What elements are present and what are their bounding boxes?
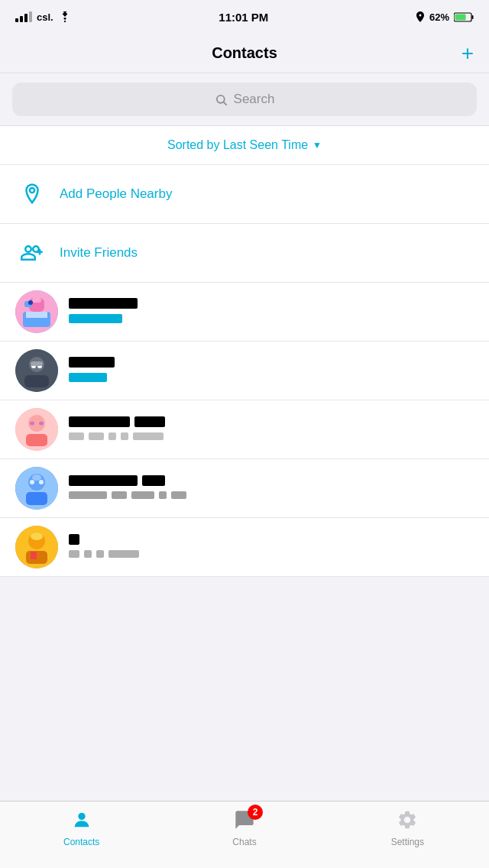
contact-info [69,357,474,385]
list-item[interactable] [0,400,489,459]
contact-sub3 [108,432,116,440]
contact-name-part2 [142,475,165,486]
list-item[interactable] [0,459,489,518]
contact-name-part1 [69,475,138,486]
svg-point-37 [78,813,85,820]
list-item[interactable] [0,283,489,342]
svg-point-12 [28,300,33,305]
add-people-nearby-item[interactable]: Add People Nearby [0,165,489,224]
contact-sub2 [89,432,104,440]
list-item[interactable] [0,342,489,400]
svg-point-4 [216,95,224,102]
contact-name-part2 [134,416,165,427]
status-left: csl. [15,11,72,23]
avatar [15,408,58,451]
svg-point-30 [39,480,44,484]
add-contact-button[interactable]: + [461,43,474,64]
battery-percent: 62% [429,11,449,23]
tab-chats[interactable]: 2 Chats [206,809,283,847]
search-bar[interactable]: Search [12,83,477,116]
contact-name-part1 [69,416,130,427]
contact-name-part1 [69,357,115,368]
location-icon [15,177,49,211]
carrier-label: csl. [37,11,53,23]
avatar [15,526,58,568]
sort-label[interactable]: Sorted by Last Seen Time ▼ [167,138,322,152]
svg-point-24 [30,422,34,426]
list-item[interactable] [0,518,489,577]
contact-sub1 [69,491,107,499]
contact-sub2 [84,550,92,558]
invite-friends-label: Invite Friends [60,245,138,261]
person-icon [71,809,92,834]
svg-rect-23 [26,434,47,446]
contact-sub4 [108,550,139,558]
svg-line-5 [223,102,226,105]
contact-name-part1 [69,298,138,309]
contact-info [69,534,474,561]
status-bar: csl. 11:01 PM 62% [0,0,489,34]
contact-name-part1 [69,534,79,545]
search-placeholder: Search [234,92,275,107]
status-time: 11:01 PM [219,11,268,24]
status-right: 62% [416,11,474,23]
contact-sub1 [69,432,84,440]
svg-point-35 [31,533,43,540]
invite-icon [15,236,49,270]
search-icon [215,93,228,106]
tab-contacts-label: Contacts [63,837,99,847]
chats-badge: 2 [248,805,263,820]
contact-sub5 [171,491,186,499]
header: Contacts + [0,34,489,73]
tab-chats-label: Chats [232,837,256,847]
tab-contacts[interactable]: Contacts [44,809,120,847]
svg-rect-28 [26,492,47,505]
battery-icon [454,12,474,22]
add-people-nearby-label: Add People Nearby [60,186,172,202]
contact-list: Add People Nearby Invite Friends [0,165,489,577]
contact-sub2 [112,491,127,499]
svg-point-31 [32,474,41,481]
contact-status [69,314,122,323]
svg-point-29 [30,480,34,484]
signal-icon [15,11,32,22]
avatar [15,290,58,333]
contact-info [69,475,474,502]
contact-sub1 [69,550,79,558]
sort-label-text: Sorted by Last Seen Time [167,138,308,152]
location-status-icon [416,11,425,22]
avatar [15,349,58,392]
tab-settings[interactable]: Settings [369,809,445,847]
sort-bar[interactable]: Sorted by Last Seen Time ▼ [0,126,489,165]
sort-arrow-icon: ▼ [313,140,322,151]
wifi-icon [58,11,72,22]
contact-info [69,298,474,326]
svg-rect-17 [24,375,49,387]
tab-settings-label: Settings [391,837,424,847]
svg-rect-14 [26,312,47,318]
svg-rect-36 [31,552,37,559]
svg-point-0 [64,21,66,22]
contact-sub3 [96,550,104,558]
svg-point-25 [39,422,44,426]
svg-rect-11 [32,298,41,303]
contact-sub4 [159,491,167,499]
search-container: Search [0,73,489,126]
contact-sub3 [131,491,154,499]
contact-status [69,373,107,382]
invite-friends-item[interactable]: Invite Friends [0,224,489,283]
avatar [15,467,58,510]
chat-icon: 2 [234,809,255,834]
contact-sub5 [133,432,164,440]
tab-bar: Contacts 2 Chats Settings [0,801,489,868]
svg-rect-3 [455,14,465,20]
contact-info [69,416,474,443]
page-title: Contacts [212,44,277,62]
settings-icon [397,809,418,834]
contact-sub4 [121,432,128,440]
svg-rect-20 [31,361,43,366]
svg-rect-2 [471,15,473,19]
